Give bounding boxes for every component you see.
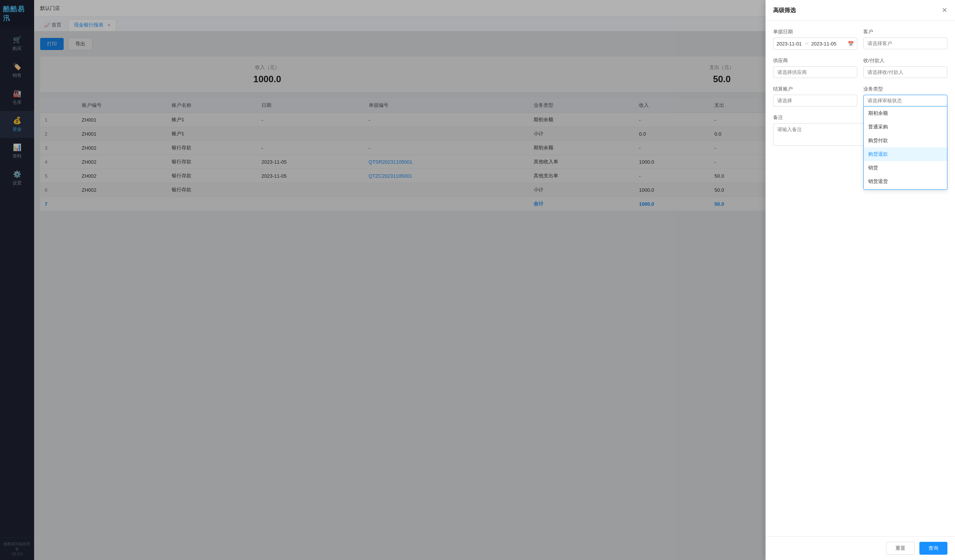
dropdown-item[interactable]: 期初余额 [864, 106, 947, 120]
dropdown-item[interactable]: 购货退款 [864, 147, 947, 161]
dropdown-item[interactable]: 购货付款 [864, 134, 947, 147]
filter-close-button[interactable]: ✕ [942, 6, 947, 14]
filter-date-start: 2023-11-01 [777, 41, 802, 47]
filter-field-customer: 客户 [863, 28, 947, 50]
filter-header: 高级筛选 ✕ [766, 0, 955, 21]
filter-biztype-label: 业务类型 [863, 86, 947, 92]
filter-customer-label: 客户 [863, 28, 947, 35]
filter-date-end: 2023-11-05 [811, 41, 837, 47]
filter-field-biztype: 业务类型 期初余额普通采购购货付款购货退款销货销货退货收款单 [863, 86, 947, 106]
filter-date-label: 单据日期 [773, 28, 857, 35]
dropdown-item[interactable]: 销货 [864, 161, 947, 175]
filter-field-date: 单据日期 2023-11-01 ～ 2023-11-05 📅 [773, 28, 857, 50]
filter-title: 高级筛选 [773, 7, 796, 14]
filter-supplier-input[interactable] [773, 66, 857, 78]
filter-field-settle: 结算账户 [773, 86, 857, 106]
filter-body: 单据日期 2023-11-01 ～ 2023-11-05 📅 客户 供应商 收/… [766, 21, 955, 536]
biztype-dropdown-menu: 期初余额普通采购购货付款购货退款销货销货退货收款单 [863, 106, 947, 190]
filter-row-3: 结算账户 业务类型 期初余额普通采购购货付款购货退款销货销货退货收款单 [773, 86, 947, 106]
filter-payee-input[interactable] [863, 66, 947, 78]
filter-supplier-label: 供应商 [773, 57, 857, 64]
filter-field-supplier: 供应商 [773, 57, 857, 78]
calendar-icon: 📅 [848, 41, 854, 47]
filter-row-2: 供应商 收/付款人 [773, 57, 947, 78]
filter-date-tilde: ～ [804, 40, 809, 47]
filter-biztype-dropdown: 期初余额普通采购购货付款购货退款销货销货退货收款单 [863, 95, 947, 106]
filter-row-1: 单据日期 2023-11-01 ～ 2023-11-05 📅 客户 [773, 28, 947, 50]
filter-field-payee: 收/付款人 [863, 57, 947, 78]
query-button[interactable]: 查询 [919, 542, 947, 555]
filter-settle-input[interactable] [773, 95, 857, 106]
filter-customer-input[interactable] [863, 38, 947, 49]
filter-footer: 重置 查询 [766, 536, 955, 560]
dropdown-item[interactable]: 销货退货 [864, 175, 947, 188]
dropdown-item[interactable]: 收款单 [864, 188, 947, 190]
filter-settle-label: 结算账户 [773, 86, 857, 92]
dropdown-item[interactable]: 普通采购 [864, 120, 947, 134]
reset-button[interactable]: 重置 [886, 542, 915, 555]
filter-date-range[interactable]: 2023-11-01 ～ 2023-11-05 📅 [773, 38, 857, 50]
filter-payee-label: 收/付款人 [863, 57, 947, 64]
filter-biztype-input[interactable] [863, 95, 947, 106]
filter-panel: 高级筛选 ✕ 单据日期 2023-11-01 ～ 2023-11-05 📅 客户 [766, 0, 955, 560]
